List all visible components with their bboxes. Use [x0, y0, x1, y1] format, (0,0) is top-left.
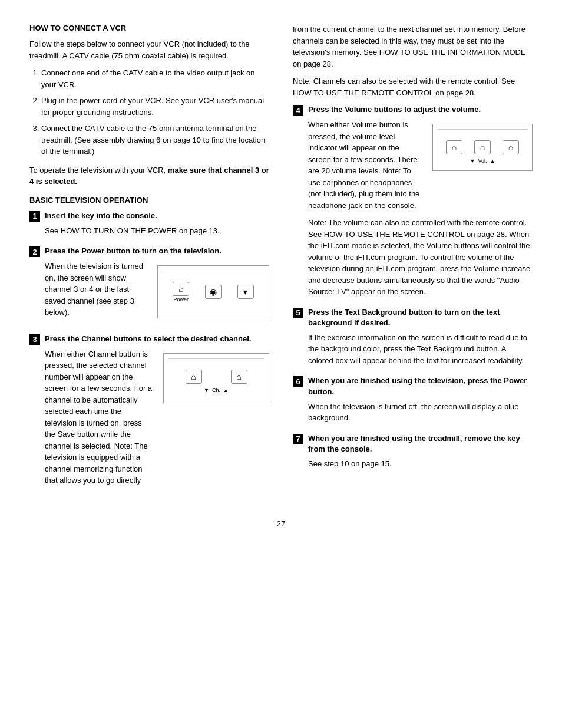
list-item: Plug in the power cord of your VCR. See …: [41, 95, 269, 118]
step-4-header: 4 Press the Volume buttons to adjust the…: [293, 104, 533, 116]
section1-intro: Follow the steps below to connect your V…: [29, 38, 269, 61]
vcr-steps-list: Connect one end of the CATV cable to the…: [41, 67, 269, 157]
step-6-title: When you are finished using the televisi…: [308, 375, 533, 397]
power-btn-group: ⌂ Power: [173, 282, 189, 302]
section2-title: BASIC TELEVISION OPERATION: [29, 196, 269, 205]
step-4-text-col: When either Volume button is pressed, th…: [308, 119, 423, 217]
tv-line-4: [438, 129, 527, 130]
tv-button-row-2: ⌂ Power ◉ ▾: [158, 276, 269, 305]
step-2-header: 2 Press the Power button to turn on the …: [29, 246, 269, 257]
step-4: 4 Press the Volume buttons to adjust the…: [293, 104, 533, 298]
step-3-body: When either Channel button is pressed, t…: [29, 348, 269, 492]
channels-note: Note: Channels can also be selected with…: [293, 75, 533, 98]
step-2-content: When the television is turned on, the sc…: [45, 261, 269, 324]
ch-down-btn-group: ⌂: [186, 370, 202, 384]
tv-screen-diagram-3: ⌂ ⌂ ▼ Ch. ▲: [163, 353, 269, 403]
continuation-text: from the current channel to the next cha…: [293, 24, 533, 70]
ch-btn-icon: ◉: [205, 285, 222, 299]
step-2-number: 2: [29, 246, 40, 257]
step-7-number: 7: [293, 434, 303, 444]
left-column: HOW TO CONNECT A VCR Follow the steps be…: [29, 24, 269, 502]
ch-btn-group: ◉: [205, 285, 222, 299]
step-4-note: Note: The volume can also be controlled …: [308, 217, 533, 298]
ch-down-btn-icon: ⌂: [186, 370, 202, 384]
step-3-title: Press the Channel buttons to select the …: [45, 334, 251, 344]
step-1-body: See HOW TO TURN ON THE POWER on page 13.: [29, 225, 269, 237]
step-4-content: When either Volume button is pressed, th…: [308, 119, 533, 217]
vol-up-btn-group: ⌂: [474, 140, 491, 154]
step-7-title: When you are finished using the treadmil…: [308, 433, 533, 454]
vol-extra-btn-group: ⌂: [503, 140, 519, 154]
vol-up-btn-icon: ⌂: [474, 140, 491, 154]
step-6-text: When the television is turned off, the s…: [308, 401, 533, 424]
step-3-diagram: ⌂ ⌂ ▼ Ch. ▲: [163, 348, 269, 408]
ch-up-btn-icon: ⌂: [231, 370, 247, 384]
step-3-text: When either Channel button is pressed, t…: [45, 348, 154, 486]
step-4-title: Press the Volume buttons to adjust the v…: [308, 104, 481, 115]
vol-down-btn-icon: ⌂: [446, 140, 462, 154]
step-2: 2 Press the Power button to turn on the …: [29, 246, 269, 324]
step-4-text: When either Volume button is pressed, th…: [308, 119, 423, 211]
tv-line-3: [168, 358, 264, 359]
step-6-header: 6 When you are finished using the televi…: [293, 375, 533, 397]
step-4-diagram: ⌂ ⌂ ⌂ ▼ Vol. ▲: [432, 119, 533, 176]
step-2-text: When the television is turned on, the sc…: [45, 261, 148, 318]
step-5-header: 5 Press the Text Background button to tu…: [293, 307, 533, 328]
vol-arrow-label: ▼ Vol. ▲: [433, 158, 532, 164]
step-2-text-col: When the television is turned on, the sc…: [45, 261, 148, 324]
step-1-text: See HOW TO TURN ON THE POWER on page 13.: [45, 225, 269, 237]
step-5-text: If the exercise information on the scree…: [308, 332, 533, 367]
step-5-number: 5: [293, 308, 303, 318]
step-3-header: 3 Press the Channel buttons to select th…: [29, 334, 269, 345]
page-number: 27: [29, 519, 533, 528]
step-3-number: 3: [29, 334, 40, 345]
section1-title: HOW TO CONNECT A VCR: [29, 24, 269, 32]
power-btn-label: Power: [174, 297, 189, 302]
step-3-text-col: When either Channel button is pressed, t…: [45, 348, 154, 492]
step-3: 3 Press the Channel buttons to select th…: [29, 334, 269, 492]
step-2-body: When the television is turned on, the sc…: [29, 261, 269, 324]
step-7-header: 7 When you are finished using the treadm…: [293, 433, 533, 454]
list-item: Connect one end of the CATV cable to the…: [41, 67, 269, 90]
tv-button-row-4: ⌂ ⌂ ⌂: [433, 134, 532, 157]
step-5-title: Press the Text Background button to turn…: [308, 307, 533, 328]
step-2-title: Press the Power button to turn on the te…: [45, 246, 222, 256]
step-3-content: When either Channel button is pressed, t…: [45, 348, 269, 492]
ch-arrow-label: ▼ Ch. ▲: [164, 387, 269, 393]
arrow-btn-icon: ▾: [237, 285, 254, 299]
step-6-body: When the television is turned off, the s…: [293, 401, 533, 424]
vol-down-btn-group: ⌂: [446, 140, 462, 154]
step-5: 5 Press the Text Background button to tu…: [293, 307, 533, 367]
step-1-title: Insert the key into the console.: [45, 210, 157, 221]
step-6: 6 When you are finished using the televi…: [293, 375, 533, 423]
vcr-note-normal: To operate the television with your VCR,: [29, 166, 168, 174]
step-4-body: When either Volume button is pressed, th…: [293, 119, 533, 298]
step-6-number: 6: [293, 376, 303, 387]
right-column: from the current channel to the next cha…: [293, 24, 533, 502]
step-1-number: 1: [29, 211, 40, 222]
tv-button-row-3: ⌂ ⌂: [164, 364, 269, 386]
step-5-body: If the exercise information on the scree…: [293, 332, 533, 367]
step-1-header: 1 Insert the key into the console.: [29, 210, 269, 222]
two-column-layout: HOW TO CONNECT A VCR Follow the steps be…: [29, 24, 533, 502]
list-item: Connect the CATV cable to the 75 ohm ant…: [41, 123, 269, 157]
step-7-body: See step 10 on page 15.: [293, 458, 533, 470]
vcr-note: To operate the television with your VCR,…: [29, 164, 269, 187]
ch-up-btn-group: ⌂: [231, 370, 247, 384]
step-1: 1 Insert the key into the console. See H…: [29, 210, 269, 237]
step-7-text: See step 10 on page 15.: [308, 458, 533, 470]
tv-line: [163, 271, 264, 271]
arrow-btn-group: ▾: [237, 285, 254, 299]
tv-screen-diagram-2: ⌂ Power ◉ ▾: [157, 265, 269, 318]
vol-extra-btn-icon: ⌂: [503, 140, 519, 154]
tv-screen-diagram-4: ⌂ ⌂ ⌂ ▼ Vol. ▲: [432, 124, 533, 171]
page: HOW TO CONNECT A VCR Follow the steps be…: [0, 0, 562, 728]
power-btn-icon: ⌂: [173, 282, 189, 296]
step-4-number: 4: [293, 105, 303, 116]
step-2-diagram: ⌂ Power ◉ ▾: [157, 261, 269, 323]
step-7: 7 When you are finished using the treadm…: [293, 433, 533, 470]
